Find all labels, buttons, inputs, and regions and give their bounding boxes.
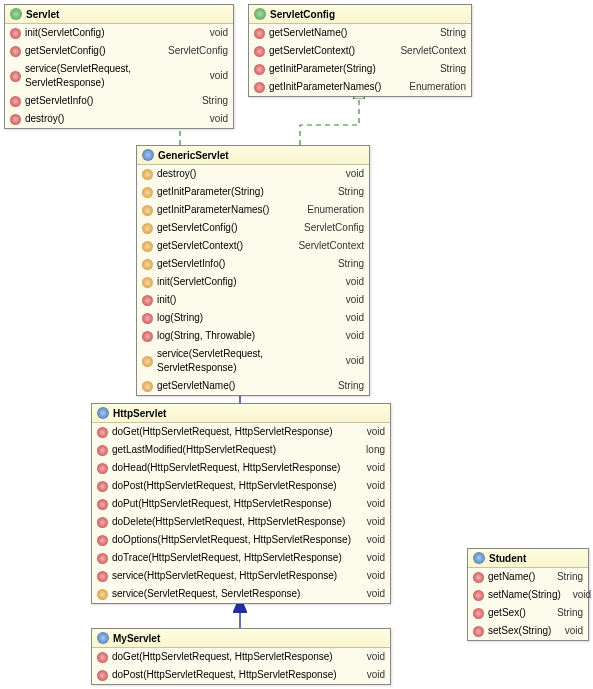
method-signature: service(HttpServletRequest, HttpServletR…	[112, 569, 337, 583]
member-row: doHead(HttpServletRequest, HttpServletRe…	[92, 459, 390, 477]
member-row: getInitParameterNames()Enumeration	[137, 201, 369, 219]
member-row: setSex(String)void	[468, 622, 588, 640]
method-icon	[97, 535, 108, 546]
method-icon	[97, 571, 108, 582]
method-icon	[473, 626, 484, 637]
member-row: getServletInfo()String	[5, 92, 233, 110]
return-type: void	[334, 329, 364, 343]
member-row: getName()String	[468, 568, 588, 586]
return-type: Enumeration	[295, 203, 364, 217]
method-signature: doDelete(HttpServletRequest, HttpServlet…	[112, 515, 345, 529]
class-name: HttpServlet	[113, 408, 166, 419]
member-row: getServletConfig()ServletConfig	[137, 219, 369, 237]
return-type: void	[198, 26, 228, 40]
member-list: doGet(HttpServletRequest, HttpServletRes…	[92, 423, 390, 603]
return-type: void	[355, 668, 385, 682]
method-signature: destroy()	[25, 112, 64, 126]
return-type: long	[354, 443, 385, 457]
method-icon	[10, 28, 21, 39]
method-signature: service(ServletRequest, ServletResponse)	[25, 62, 198, 90]
method-signature: getInitParameter(String)	[269, 62, 376, 76]
method-icon	[142, 187, 153, 198]
method-signature: doTrace(HttpServletRequest, HttpServletR…	[112, 551, 342, 565]
member-row: getServletInfo()String	[137, 255, 369, 273]
return-type: void	[355, 533, 385, 547]
return-type: String	[190, 94, 228, 108]
method-icon	[142, 169, 153, 180]
class-icon	[97, 407, 109, 419]
return-type: String	[428, 62, 466, 76]
method-icon	[97, 463, 108, 474]
method-signature: init(ServletConfig)	[25, 26, 104, 40]
method-signature: getServletInfo()	[157, 257, 225, 271]
return-type: void	[334, 293, 364, 307]
return-type: void	[355, 497, 385, 511]
method-signature: getSex()	[488, 606, 526, 620]
method-icon	[142, 223, 153, 234]
class-name: Servlet	[26, 9, 59, 20]
class-header: Servlet	[5, 5, 233, 24]
method-icon	[142, 295, 153, 306]
member-row: getServletContext()ServletContext	[137, 237, 369, 255]
member-row: getServletName()String	[249, 24, 471, 42]
method-signature: log(String)	[157, 311, 203, 325]
member-row: doGet(HttpServletRequest, HttpServletRes…	[92, 423, 390, 441]
method-signature: doPost(HttpServletRequest, HttpServletRe…	[112, 479, 337, 493]
method-icon	[142, 356, 153, 367]
method-icon	[97, 517, 108, 528]
return-type: void	[553, 624, 583, 638]
method-icon	[97, 427, 108, 438]
method-signature: doHead(HttpServletRequest, HttpServletRe…	[112, 461, 340, 475]
method-icon	[10, 96, 21, 107]
return-type: void	[334, 354, 364, 368]
return-type: void	[561, 588, 591, 602]
method-signature: doOptions(HttpServletRequest, HttpServle…	[112, 533, 351, 547]
member-row: doOptions(HttpServletRequest, HttpServle…	[92, 531, 390, 549]
method-signature: getServletName()	[269, 26, 347, 40]
member-row: getServletName()String	[137, 377, 369, 395]
method-signature: doGet(HttpServletRequest, HttpServletRes…	[112, 650, 333, 664]
method-signature: log(String, Throwable)	[157, 329, 255, 343]
method-signature: getInitParameterNames()	[157, 203, 269, 217]
method-icon	[473, 572, 484, 583]
method-icon	[97, 589, 108, 600]
method-icon	[142, 259, 153, 270]
member-row: service(ServletRequest, ServletResponse)…	[5, 60, 233, 92]
class-name: GenericServlet	[158, 150, 229, 161]
method-icon	[10, 46, 21, 57]
method-signature: getInitParameter(String)	[157, 185, 264, 199]
class-icon	[473, 552, 485, 564]
return-type: String	[428, 26, 466, 40]
method-icon	[142, 313, 153, 324]
class-header: Student	[468, 549, 588, 568]
method-icon	[254, 28, 265, 39]
member-list: destroy()voidgetInitParameter(String)Str…	[137, 165, 369, 395]
method-icon	[97, 553, 108, 564]
class-header: ServletConfig	[249, 5, 471, 24]
class-header: GenericServlet	[137, 146, 369, 165]
method-signature: getServletConfig()	[25, 44, 106, 58]
member-row: destroy()void	[5, 110, 233, 128]
return-type: void	[355, 587, 385, 601]
method-icon	[142, 277, 153, 288]
return-type: void	[355, 551, 385, 565]
method-signature: service(ServletRequest, ServletResponse)	[112, 587, 300, 601]
member-row: log(String)void	[137, 309, 369, 327]
member-row: getInitParameterNames()Enumeration	[249, 78, 471, 96]
return-type: ServletConfig	[156, 44, 228, 58]
member-row: init()void	[137, 291, 369, 309]
return-type: ServletContext	[286, 239, 364, 253]
interface-icon	[10, 8, 22, 20]
method-icon	[254, 64, 265, 75]
member-list: doGet(HttpServletRequest, HttpServletRes…	[92, 648, 390, 684]
return-type: void	[355, 569, 385, 583]
return-type: void	[355, 515, 385, 529]
method-signature: init(ServletConfig)	[157, 275, 236, 289]
member-row: doGet(HttpServletRequest, HttpServletRes…	[92, 648, 390, 666]
method-signature: service(ServletRequest, ServletResponse)	[157, 347, 334, 375]
method-signature: init()	[157, 293, 176, 307]
class-name: MyServlet	[113, 633, 160, 644]
return-type: void	[355, 461, 385, 475]
member-row: doPost(HttpServletRequest, HttpServletRe…	[92, 666, 390, 684]
method-icon	[473, 590, 484, 601]
